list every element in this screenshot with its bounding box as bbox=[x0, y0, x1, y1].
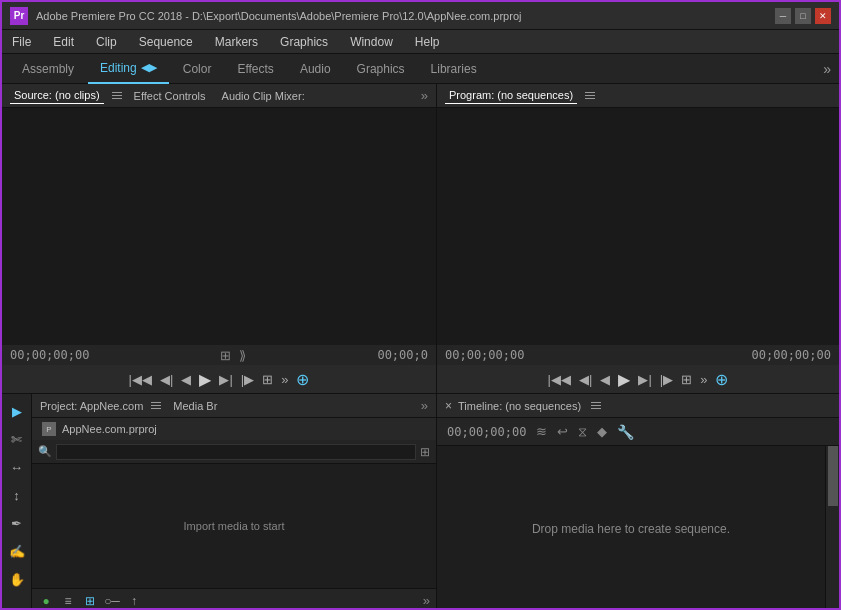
prog-prev-key-btn[interactable]: |◀◀ bbox=[548, 372, 571, 387]
project-title: Project: AppNee.com bbox=[40, 400, 143, 412]
menu-graphics[interactable]: Graphics bbox=[276, 33, 332, 51]
title-bar-controls[interactable]: ─ □ ✕ bbox=[775, 8, 831, 24]
timeline-marker-icon[interactable]: ◆ bbox=[597, 424, 607, 439]
sort-icon[interactable]: ↑ bbox=[126, 593, 142, 609]
project-overflow-btn[interactable]: » bbox=[421, 398, 428, 413]
project-bottom-overflow[interactable]: » bbox=[423, 593, 430, 608]
source-add-btn[interactable]: ⊕ bbox=[296, 370, 309, 389]
search-input[interactable] bbox=[56, 444, 416, 460]
source-screen bbox=[2, 108, 436, 345]
tab-audio[interactable]: Audio bbox=[288, 54, 343, 84]
source-safe-margin-btn[interactable]: » bbox=[281, 372, 288, 387]
menu-sequence[interactable]: Sequence bbox=[135, 33, 197, 51]
source-zoom-icon[interactable]: ⟫ bbox=[239, 348, 246, 363]
prog-next-frame-btn[interactable]: ▶| bbox=[638, 372, 651, 387]
menu-markers[interactable]: Markers bbox=[211, 33, 262, 51]
timeline-menu-icon[interactable] bbox=[591, 402, 601, 409]
workspace-bar: Assembly Editing ◀▶ Color Effects Audio … bbox=[2, 54, 839, 84]
tab-effects[interactable]: Effects bbox=[225, 54, 285, 84]
file-icon: P bbox=[42, 422, 56, 436]
program-panel-header: Program: (no sequences) bbox=[437, 84, 839, 108]
tab-audio-clip-mixer[interactable]: Audio Clip Mixer: bbox=[218, 88, 309, 104]
source-step-fwd-btn[interactable]: |▶ bbox=[241, 372, 254, 387]
minimize-button[interactable]: ─ bbox=[775, 8, 791, 24]
tool-ripple[interactable]: ↔ bbox=[6, 456, 28, 478]
menu-file[interactable]: File bbox=[8, 33, 35, 51]
tab-effect-controls[interactable]: Effect Controls bbox=[130, 88, 210, 104]
prog-step-back-btn[interactable]: ◀| bbox=[579, 372, 592, 387]
left-panel: Source: (no clips) Effect Controls Audio… bbox=[2, 84, 437, 610]
tab-editing[interactable]: Editing ◀▶ bbox=[88, 54, 169, 84]
zoom-slider[interactable]: ○─ bbox=[104, 593, 120, 609]
prog-play-btn[interactable]: ▶ bbox=[618, 370, 630, 389]
timeline-wrench-icon[interactable]: 🔧 bbox=[617, 424, 634, 440]
source-play-btn[interactable]: ▶ bbox=[199, 370, 211, 389]
prog-step-fwd-btn[interactable]: |▶ bbox=[660, 372, 673, 387]
tab-media-browser[interactable]: Media Br bbox=[169, 398, 221, 414]
source-prev-frame-btn[interactable]: ◀ bbox=[181, 372, 191, 387]
workspace-overflow[interactable]: » bbox=[823, 61, 831, 77]
prog-safe-margin-btn[interactable]: » bbox=[700, 372, 707, 387]
project-menu-icon[interactable] bbox=[151, 402, 161, 409]
prog-loop-btn[interactable]: ⊞ bbox=[681, 372, 692, 387]
tab-libraries[interactable]: Libraries bbox=[419, 54, 489, 84]
list-view-btn[interactable]: ≡ bbox=[60, 593, 76, 609]
timeline-undo-icon[interactable]: ↩ bbox=[557, 424, 568, 439]
app-icon: Pr bbox=[10, 7, 28, 25]
source-fit-icon[interactable]: ⊞ bbox=[220, 348, 231, 363]
new-item-btn[interactable]: ● bbox=[38, 593, 54, 609]
tool-pen[interactable]: ✒ bbox=[6, 512, 28, 534]
tool-hand[interactable]: ✋ bbox=[6, 568, 28, 590]
source-loop-btn[interactable]: ⊞ bbox=[262, 372, 273, 387]
timeline-body: Drop media here to create sequence. bbox=[437, 446, 839, 610]
maximize-button[interactable]: □ bbox=[795, 8, 811, 24]
source-controls: |◀◀ ◀| ◀ ▶ ▶| |▶ ⊞ » ⊕ bbox=[2, 365, 436, 393]
timeline-scrollbar-thumb[interactable] bbox=[828, 446, 838, 506]
tool-rolling[interactable]: ↕ bbox=[6, 484, 28, 506]
program-menu-icon[interactable] bbox=[585, 92, 595, 99]
program-timecode-right: 00;00;00;00 bbox=[752, 348, 831, 362]
menu-edit[interactable]: Edit bbox=[49, 33, 78, 51]
timeline-ripple-icon[interactable]: ≋ bbox=[536, 424, 547, 439]
project-panel: Project: AppNee.com Media Br » P AppNee.… bbox=[32, 394, 436, 610]
source-overflow-btn[interactable]: » bbox=[421, 88, 428, 103]
source-prev-key-btn[interactable]: |◀◀ bbox=[129, 372, 152, 387]
tools-panel: ▶ ✄ ↔ ↕ ✒ ✍ ✋ bbox=[2, 394, 32, 610]
program-timecode-left: 00;00;00;00 bbox=[445, 348, 524, 362]
prog-add-btn[interactable]: ⊕ bbox=[715, 370, 728, 389]
tool-razor[interactable]: ✄ bbox=[6, 428, 28, 450]
menu-clip[interactable]: Clip bbox=[92, 33, 121, 51]
program-screen bbox=[437, 108, 839, 345]
grid-view-btn[interactable]: ⊞ bbox=[82, 593, 98, 609]
timeline-close-btn[interactable]: × bbox=[445, 399, 452, 413]
project-header: Project: AppNee.com Media Br » bbox=[32, 394, 436, 418]
search-extra-btn[interactable]: ⊞ bbox=[420, 445, 430, 459]
menu-window[interactable]: Window bbox=[346, 33, 397, 51]
main-content: Source: (no clips) Effect Controls Audio… bbox=[2, 84, 839, 610]
close-button[interactable]: ✕ bbox=[815, 8, 831, 24]
timeline-scrollbar[interactable] bbox=[825, 446, 839, 610]
tool-type[interactable]: ✍ bbox=[6, 540, 28, 562]
timeline-title: Timeline: (no sequences) bbox=[458, 400, 581, 412]
tool-select[interactable]: ▶ bbox=[6, 400, 28, 422]
timeline-panel: × Timeline: (no sequences) 00;00;00;00 ≋… bbox=[437, 394, 839, 610]
program-monitor: Program: (no sequences) 00;00;00;00 00;0… bbox=[437, 84, 839, 394]
timeline-controls: 00;00;00;00 ≋ ↩ ⧖ ◆ 🔧 bbox=[437, 418, 839, 446]
prog-prev-frame-btn[interactable]: ◀ bbox=[600, 372, 610, 387]
source-timecode-left: 00;00;00;00 bbox=[10, 348, 89, 362]
source-next-frame-btn[interactable]: ▶| bbox=[219, 372, 232, 387]
timeline-sequence-icon[interactable]: ⧖ bbox=[578, 424, 587, 440]
project-file-item[interactable]: P AppNee.com.prproj bbox=[32, 418, 436, 440]
tab-program[interactable]: Program: (no sequences) bbox=[445, 87, 577, 104]
tab-graphics[interactable]: Graphics bbox=[345, 54, 417, 84]
program-time-bar: 00;00;00;00 00;00;00;00 bbox=[437, 345, 839, 365]
tab-color[interactable]: Color bbox=[171, 54, 224, 84]
source-menu-icon[interactable] bbox=[112, 92, 122, 99]
menu-help[interactable]: Help bbox=[411, 33, 444, 51]
search-bar: 🔍 ⊞ bbox=[32, 440, 436, 464]
tab-source[interactable]: Source: (no clips) bbox=[10, 87, 104, 104]
tab-assembly[interactable]: Assembly bbox=[10, 54, 86, 84]
source-step-back-btn[interactable]: ◀| bbox=[160, 372, 173, 387]
timeline-timecode: 00;00;00;00 bbox=[447, 425, 526, 439]
import-text: Import media to start bbox=[184, 520, 285, 532]
